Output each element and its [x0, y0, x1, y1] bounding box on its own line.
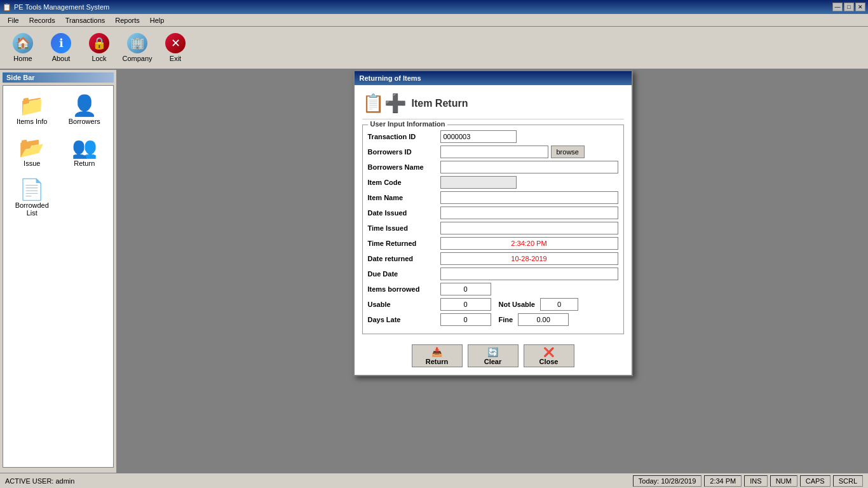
sidebar-item-borrowed-list[interactable]: 📄 Borrowded List	[8, 175, 56, 219]
title-bar-controls: — □ ✕	[832, 3, 865, 11]
usable-input[interactable]	[440, 298, 491, 311]
time-issued-label: Time Issued	[368, 224, 438, 232]
status-bar: ACTIVE USER: admin Today: 10/28/2019 2:3…	[0, 473, 868, 488]
item-code-input[interactable]	[440, 176, 517, 189]
return-button[interactable]: 📥 Return	[412, 344, 463, 367]
minimize-button[interactable]: —	[832, 3, 843, 11]
sidebar-content: 📁 Items Info 👤 Borrowers 📂 Issue 👥 Retur…	[3, 85, 114, 468]
active-user-label: ACTIVE USER:	[5, 477, 53, 485]
items-borrowed-label: Items borrowed	[368, 285, 438, 293]
issue-label: Issue	[24, 159, 40, 167]
fine-label: Fine	[499, 316, 513, 323]
close-button[interactable]: ✕	[855, 3, 865, 11]
clipboard-plus-icon: 📋➕	[362, 93, 407, 114]
home-icon: 🏠	[13, 33, 33, 53]
days-late-input[interactable]	[440, 313, 491, 326]
transaction-id-label: Transaction ID	[368, 133, 438, 140]
not-usable-input[interactable]	[540, 298, 578, 311]
borrowers-id-row: Borrowers ID browse	[368, 146, 618, 158]
clear-icon: 🔄	[487, 347, 498, 357]
title-bar-text: 📋 PE Tools Management System	[3, 3, 109, 11]
date-returned-input[interactable]	[440, 252, 618, 265]
scrl-label: SCRL	[839, 477, 857, 485]
status-ins: INS	[744, 475, 767, 487]
content-area: Returning of Items 📋➕ Item Return User I…	[118, 70, 868, 473]
company-button[interactable]: 🏢 Company	[119, 30, 155, 65]
due-date-label: Due Date	[368, 270, 438, 278]
folder-icon: 📁	[19, 93, 44, 118]
ins-label: INS	[750, 477, 761, 485]
dialog-header-title: Item Return	[412, 98, 468, 109]
sidebar-item-return[interactable]: 👥 Return	[61, 133, 109, 170]
date-issued-input[interactable]	[440, 207, 618, 219]
home-button[interactable]: 🏠 Home	[5, 30, 41, 65]
exit-icon: ✕	[165, 33, 186, 53]
status-active-user: ACTIVE USER: admin	[5, 477, 630, 485]
menu-help[interactable]: Help	[145, 15, 170, 25]
item-code-label: Item Code	[368, 179, 438, 186]
borrowed-list-label: Borrowded List	[11, 201, 53, 217]
company-label: Company	[122, 55, 152, 62]
lock-button[interactable]: 🔒 Lock	[81, 30, 117, 65]
fine-input[interactable]	[518, 313, 569, 326]
dialog-title: Returning of Items	[360, 74, 421, 82]
list-icon: 📄	[19, 177, 44, 201]
today-label: Today:	[639, 477, 659, 485]
dialog-header: 📋➕ Item Return	[362, 90, 624, 119]
company-icon: 🏢	[127, 33, 147, 53]
clear-button[interactable]: 🔄 Clear	[468, 344, 519, 367]
menu-transactions[interactable]: Transactions	[60, 15, 111, 25]
status-today: Today: 10/28/2019	[633, 475, 702, 487]
transaction-id-row: Transaction ID	[368, 130, 618, 143]
status-num: NUM	[770, 475, 797, 487]
maximize-button[interactable]: □	[844, 3, 854, 11]
not-usable-label: Not Usable	[499, 301, 535, 308]
menu-file[interactable]: File	[3, 15, 24, 25]
items-borrowed-input[interactable]	[440, 283, 491, 295]
status-scrl: SCRL	[833, 475, 863, 487]
issue-icon: 📂	[19, 135, 44, 159]
time-value: 2:34 PM	[710, 477, 736, 485]
lock-label: Lock	[92, 55, 106, 62]
about-button[interactable]: ℹ About	[43, 30, 79, 65]
time-returned-input[interactable]	[440, 237, 618, 250]
days-late-row: Days Late Fine	[368, 313, 618, 326]
usable-row: Usable Not Usable	[368, 298, 618, 311]
sidebar-title: Side Bar	[3, 72, 114, 83]
browse-button[interactable]: browse	[551, 146, 585, 158]
main-layout: Side Bar 📁 Items Info 👤 Borrowers 📂 Issu…	[0, 70, 868, 473]
borrowers-icon: 👤	[72, 93, 97, 118]
usable-label: Usable	[368, 301, 438, 308]
date-returned-row: Date returned	[368, 252, 618, 265]
close-button[interactable]: ❌ Close	[524, 344, 574, 367]
about-icon: ℹ	[51, 33, 71, 53]
menu-records[interactable]: Records	[24, 15, 60, 25]
date-issued-label: Date Issued	[368, 209, 438, 217]
status-caps: CAPS	[800, 475, 831, 487]
exit-button[interactable]: ✕ Exit	[158, 30, 193, 65]
title-bar: 📋 PE Tools Management System — □ ✕	[0, 0, 868, 14]
menu-bar: File Records Transactions Reports Help	[0, 14, 868, 27]
item-name-row: Item Name	[368, 191, 618, 204]
user-input-section: User Input Information Transaction ID Bo…	[362, 125, 624, 334]
time-issued-input[interactable]	[440, 222, 618, 234]
transaction-id-input[interactable]	[440, 130, 517, 143]
sidebar-item-borrowers[interactable]: 👤 Borrowers	[61, 91, 109, 128]
items-borrowed-row: Items borrowed	[368, 283, 618, 295]
form-section-legend: User Input Information	[368, 120, 448, 128]
close-label: Close	[539, 358, 559, 365]
time-returned-label: Time Returned	[368, 240, 438, 247]
borrowers-id-input[interactable]	[440, 146, 548, 158]
borrowers-name-input[interactable]	[440, 161, 618, 173]
item-name-input[interactable]	[440, 191, 618, 204]
sidebar-item-items-info[interactable]: 📁 Items Info	[8, 91, 56, 128]
returning-of-items-dialog: Returning of Items 📋➕ Item Return User I…	[353, 70, 633, 376]
menu-reports[interactable]: Reports	[110, 15, 145, 25]
sidebar-item-issue[interactable]: 📂 Issue	[8, 133, 56, 170]
sidebar: Side Bar 📁 Items Info 👤 Borrowers 📂 Issu…	[0, 70, 118, 473]
time-returned-row: Time Returned	[368, 237, 618, 250]
lock-icon: 🔒	[89, 33, 109, 53]
about-label: About	[52, 55, 71, 62]
date-issued-row: Date Issued	[368, 207, 618, 219]
due-date-input[interactable]	[440, 268, 618, 280]
